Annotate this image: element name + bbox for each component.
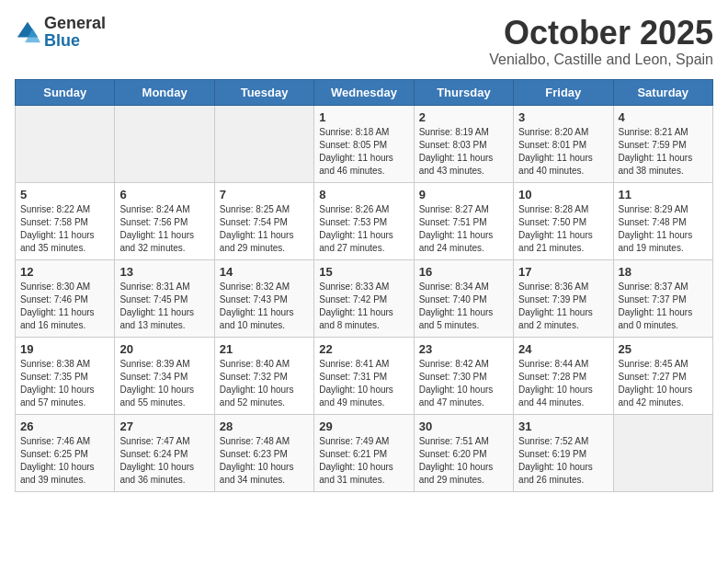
calendar-cell — [115, 105, 214, 182]
day-number: 30 — [419, 419, 508, 433]
day-number: 20 — [119, 342, 209, 356]
calendar-cell: 20Sunrise: 8:39 AM Sunset: 7:34 PM Dayli… — [115, 337, 214, 414]
calendar-cell: 4Sunrise: 8:21 AM Sunset: 7:59 PM Daylig… — [613, 105, 712, 182]
day-number: 25 — [619, 342, 708, 356]
day-number: 31 — [518, 419, 608, 433]
header: General Blue October 2025 Venialbo, Cast… — [15, 15, 713, 68]
calendar-cell: 30Sunrise: 7:51 AM Sunset: 6:20 PM Dayli… — [414, 414, 513, 491]
day-number: 28 — [220, 419, 309, 433]
calendar-cell: 14Sunrise: 8:32 AM Sunset: 7:43 PM Dayli… — [214, 259, 313, 337]
day-info: Sunrise: 8:24 AM Sunset: 7:56 PM Dayligh… — [119, 203, 209, 255]
day-info: Sunrise: 8:41 AM Sunset: 7:31 PM Dayligh… — [319, 358, 408, 409]
location-title: Venialbo, Castille and Leon, Spain — [489, 52, 713, 68]
day-info: Sunrise: 7:52 AM Sunset: 6:19 PM Dayligh… — [518, 435, 608, 487]
weekday-header-row: SundayMondayTuesdayWednesdayThursdayFrid… — [16, 79, 713, 105]
calendar-cell: 27Sunrise: 7:47 AM Sunset: 6:24 PM Dayli… — [115, 414, 214, 491]
day-info: Sunrise: 8:26 AM Sunset: 7:53 PM Dayligh… — [319, 203, 408, 255]
calendar-cell: 31Sunrise: 7:52 AM Sunset: 6:19 PM Dayli… — [514, 414, 613, 491]
day-info: Sunrise: 8:44 AM Sunset: 7:28 PM Dayligh… — [518, 358, 608, 409]
day-info: Sunrise: 8:22 AM Sunset: 7:58 PM Dayligh… — [20, 203, 109, 255]
calendar-cell: 8Sunrise: 8:26 AM Sunset: 7:53 PM Daylig… — [314, 182, 414, 259]
calendar-cell: 10Sunrise: 8:28 AM Sunset: 7:50 PM Dayli… — [514, 182, 613, 259]
day-number: 27 — [119, 419, 209, 433]
week-row-2: 5Sunrise: 8:22 AM Sunset: 7:58 PM Daylig… — [16, 182, 713, 259]
calendar-cell — [214, 105, 313, 182]
day-info: Sunrise: 8:40 AM Sunset: 7:32 PM Dayligh… — [220, 358, 309, 409]
day-info: Sunrise: 8:18 AM Sunset: 8:05 PM Dayligh… — [319, 126, 408, 178]
day-info: Sunrise: 8:28 AM Sunset: 7:50 PM Dayligh… — [518, 203, 608, 255]
day-info: Sunrise: 8:20 AM Sunset: 8:01 PM Dayligh… — [518, 126, 608, 178]
calendar-cell: 12Sunrise: 8:30 AM Sunset: 7:46 PM Dayli… — [16, 259, 115, 337]
week-row-3: 12Sunrise: 8:30 AM Sunset: 7:46 PM Dayli… — [16, 259, 713, 337]
month-title: October 2025 — [489, 15, 713, 52]
day-info: Sunrise: 7:47 AM Sunset: 6:24 PM Dayligh… — [119, 435, 209, 487]
day-info: Sunrise: 8:39 AM Sunset: 7:34 PM Dayligh… — [119, 358, 209, 409]
day-info: Sunrise: 7:48 AM Sunset: 6:23 PM Dayligh… — [220, 435, 309, 487]
day-number: 14 — [220, 265, 309, 279]
day-number: 26 — [20, 419, 109, 433]
logo-text-blue: Blue — [44, 31, 80, 50]
day-number: 21 — [220, 342, 309, 356]
day-info: Sunrise: 8:25 AM Sunset: 7:54 PM Dayligh… — [220, 203, 309, 255]
calendar-cell: 28Sunrise: 7:48 AM Sunset: 6:23 PM Dayli… — [214, 414, 313, 491]
day-number: 1 — [319, 110, 408, 124]
calendar-cell: 11Sunrise: 8:29 AM Sunset: 7:48 PM Dayli… — [613, 182, 712, 259]
day-number: 15 — [319, 265, 408, 279]
week-row-4: 19Sunrise: 8:38 AM Sunset: 7:35 PM Dayli… — [16, 337, 713, 414]
calendar-cell: 13Sunrise: 8:31 AM Sunset: 7:45 PM Dayli… — [115, 259, 214, 337]
day-number: 19 — [20, 342, 109, 356]
day-number: 3 — [518, 110, 608, 124]
day-number: 9 — [419, 188, 508, 201]
day-info: Sunrise: 7:49 AM Sunset: 6:21 PM Dayligh… — [319, 435, 408, 487]
day-info: Sunrise: 8:29 AM Sunset: 7:48 PM Dayligh… — [619, 203, 708, 255]
calendar-cell: 23Sunrise: 8:42 AM Sunset: 7:30 PM Dayli… — [414, 337, 513, 414]
week-row-1: 1Sunrise: 8:18 AM Sunset: 8:05 PM Daylig… — [16, 105, 713, 182]
day-number: 11 — [619, 188, 708, 201]
calendar-cell: 21Sunrise: 8:40 AM Sunset: 7:32 PM Dayli… — [214, 337, 313, 414]
calendar-cell: 9Sunrise: 8:27 AM Sunset: 7:51 PM Daylig… — [414, 182, 513, 259]
calendar-cell: 2Sunrise: 8:19 AM Sunset: 8:03 PM Daylig… — [414, 105, 513, 182]
day-number: 24 — [518, 342, 608, 356]
calendar-cell: 16Sunrise: 8:34 AM Sunset: 7:40 PM Dayli… — [414, 259, 513, 337]
calendar-cell: 6Sunrise: 8:24 AM Sunset: 7:56 PM Daylig… — [115, 182, 214, 259]
calendar-cell: 25Sunrise: 8:45 AM Sunset: 7:27 PM Dayli… — [613, 337, 712, 414]
day-number: 12 — [20, 265, 109, 279]
weekday-header-monday: Monday — [115, 79, 214, 105]
day-number: 7 — [220, 188, 309, 201]
day-info: Sunrise: 8:37 AM Sunset: 7:37 PM Dayligh… — [619, 281, 708, 332]
logo: General Blue — [15, 15, 106, 50]
calendar-cell: 19Sunrise: 8:38 AM Sunset: 7:35 PM Dayli… — [16, 337, 115, 414]
day-info: Sunrise: 7:51 AM Sunset: 6:20 PM Dayligh… — [419, 435, 508, 487]
logo-icon — [15, 19, 40, 45]
calendar-cell — [613, 414, 712, 491]
day-info: Sunrise: 8:45 AM Sunset: 7:27 PM Dayligh… — [619, 358, 708, 409]
calendar-cell: 24Sunrise: 8:44 AM Sunset: 7:28 PM Dayli… — [514, 337, 613, 414]
day-info: Sunrise: 7:46 AM Sunset: 6:25 PM Dayligh… — [20, 435, 109, 487]
day-number: 16 — [419, 265, 508, 279]
day-number: 4 — [619, 110, 708, 124]
calendar-cell: 17Sunrise: 8:36 AM Sunset: 7:39 PM Dayli… — [514, 259, 613, 337]
day-number: 10 — [518, 188, 608, 201]
day-info: Sunrise: 8:38 AM Sunset: 7:35 PM Dayligh… — [20, 358, 109, 409]
day-number: 29 — [319, 419, 408, 433]
day-info: Sunrise: 8:32 AM Sunset: 7:43 PM Dayligh… — [220, 281, 309, 332]
calendar-cell: 26Sunrise: 7:46 AM Sunset: 6:25 PM Dayli… — [16, 414, 115, 491]
day-info: Sunrise: 8:30 AM Sunset: 7:46 PM Dayligh… — [20, 281, 109, 332]
weekday-header-saturday: Saturday — [613, 79, 712, 105]
calendar-cell: 1Sunrise: 8:18 AM Sunset: 8:05 PM Daylig… — [314, 105, 414, 182]
calendar-cell: 29Sunrise: 7:49 AM Sunset: 6:21 PM Dayli… — [314, 414, 414, 491]
day-number: 22 — [319, 342, 408, 356]
calendar-cell: 7Sunrise: 8:25 AM Sunset: 7:54 PM Daylig… — [214, 182, 313, 259]
calendar-cell: 18Sunrise: 8:37 AM Sunset: 7:37 PM Dayli… — [613, 259, 712, 337]
day-info: Sunrise: 8:42 AM Sunset: 7:30 PM Dayligh… — [419, 358, 508, 409]
day-info: Sunrise: 8:31 AM Sunset: 7:45 PM Dayligh… — [119, 281, 209, 332]
day-number: 17 — [518, 265, 608, 279]
logo-text-general: General — [44, 14, 106, 32]
weekday-header-wednesday: Wednesday — [314, 79, 414, 105]
week-row-5: 26Sunrise: 7:46 AM Sunset: 6:25 PM Dayli… — [16, 414, 713, 491]
calendar-cell: 5Sunrise: 8:22 AM Sunset: 7:58 PM Daylig… — [16, 182, 115, 259]
weekday-header-thursday: Thursday — [414, 79, 513, 105]
day-number: 2 — [419, 110, 508, 124]
day-info: Sunrise: 8:19 AM Sunset: 8:03 PM Dayligh… — [419, 126, 508, 178]
day-info: Sunrise: 8:27 AM Sunset: 7:51 PM Dayligh… — [419, 203, 508, 255]
